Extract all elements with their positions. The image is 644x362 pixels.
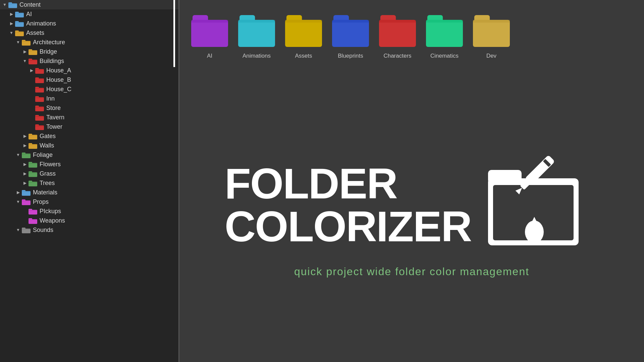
tree-arrow: ▼ <box>1 2 8 7</box>
svg-rect-50 <box>22 154 31 155</box>
svg-rect-14 <box>22 41 31 42</box>
tree-arrow: ▶ <box>28 68 35 73</box>
tree-arrow: ▶ <box>21 162 28 167</box>
folder-icon <box>28 207 38 215</box>
logo-text: FOLDER COLORIZER <box>225 162 472 248</box>
tree-label: Trees <box>40 180 55 187</box>
tree-item-content[interactable]: ▼ Content <box>0 0 178 9</box>
svg-rect-76 <box>191 20 228 47</box>
svg-rect-91 <box>426 20 463 47</box>
tree-arrow: ▶ <box>8 21 15 26</box>
folder-grid <box>179 0 644 47</box>
tree-label: Tower <box>46 123 62 130</box>
svg-rect-11 <box>15 32 24 33</box>
svg-rect-35 <box>35 107 44 108</box>
tree-label: Buildings <box>40 58 64 65</box>
tree-arrow: ▶ <box>21 181 28 185</box>
svg-rect-5 <box>15 13 24 14</box>
tree-item-weapons[interactable]: Weapons <box>0 216 178 225</box>
grid-folder-ai[interactable] <box>186 15 233 47</box>
tree-item-materials[interactable]: ▶ Materials <box>0 188 178 197</box>
svg-rect-65 <box>22 200 31 201</box>
tree-item-bridge[interactable]: ▶ Bridge <box>0 47 178 56</box>
tree-item-gates[interactable]: ▶ Gates <box>0 131 178 141</box>
tree-label: Assets <box>26 29 44 37</box>
folder-label-dev: Dev <box>468 53 515 59</box>
grid-folder-dev[interactable] <box>468 15 515 47</box>
svg-rect-97 <box>488 170 522 183</box>
folder-label-cinematics: Cinematics <box>421 53 468 59</box>
tree-item-sounds[interactable]: ▼ Sounds <box>0 225 178 235</box>
tree-label: House_C <box>46 86 71 93</box>
tree-item-flowers[interactable]: ▶ Flowers <box>0 160 178 169</box>
tree-arrow: ▼ <box>15 40 21 45</box>
svg-rect-38 <box>35 116 44 117</box>
folder-icon <box>35 76 44 83</box>
tree-item-inn[interactable]: Inn <box>0 94 178 103</box>
tree-item-animations[interactable]: ▶ Animations <box>0 19 178 28</box>
logo-icon <box>485 152 599 259</box>
tree-label: AI <box>26 11 32 18</box>
svg-rect-8 <box>15 22 24 23</box>
tree-item-store[interactable]: Store <box>0 103 178 113</box>
grid-folder-cinematics[interactable] <box>421 15 468 47</box>
svg-rect-92 <box>426 20 463 22</box>
svg-rect-2 <box>8 3 17 4</box>
tree-arrow: ▼ <box>8 31 15 35</box>
tree-label: Walls <box>40 142 54 149</box>
svg-rect-17 <box>29 50 37 51</box>
svg-rect-47 <box>29 144 37 145</box>
folder-icon <box>35 114 44 121</box>
tree-item-props[interactable]: ▼ Props <box>0 197 178 206</box>
folder-icon <box>35 95 44 102</box>
tree-item-house_b[interactable]: House_B <box>0 75 178 84</box>
folder-icon <box>8 1 17 8</box>
tree-item-assets[interactable]: ▼ Assets <box>0 28 178 38</box>
svg-rect-41 <box>35 125 44 126</box>
svg-rect-32 <box>35 97 44 98</box>
tree-item-walls[interactable]: ▶ Walls <box>0 141 178 150</box>
tree-label: Props <box>33 198 49 205</box>
tree-label: Grass <box>40 170 56 177</box>
logo-line1: FOLDER <box>225 162 472 205</box>
grid-folder-blueprints[interactable] <box>327 15 374 47</box>
tree-item-trees[interactable]: ▶ Trees <box>0 178 178 188</box>
svg-rect-83 <box>285 20 322 22</box>
grid-folder-animations[interactable] <box>233 15 280 47</box>
grid-folder-characters[interactable] <box>374 15 421 47</box>
file-tree[interactable]: ▼ Content▶ AI▶ Animations▼ Assets▼ Archi… <box>0 0 178 362</box>
tree-item-tavern[interactable]: Tavern <box>0 113 178 122</box>
tree-item-house_a[interactable]: ▶ House_A <box>0 66 178 75</box>
tree-label: Store <box>46 105 61 112</box>
tree-item-buildings[interactable]: ▼ Buildings <box>0 56 178 66</box>
tree-label: Inn <box>46 95 55 102</box>
folder-icon <box>15 20 24 27</box>
folder-icon <box>28 179 38 187</box>
folder-icon <box>21 151 31 159</box>
folder-icon <box>28 142 38 149</box>
tree-label: Gates <box>40 133 56 140</box>
folder-icon <box>15 29 24 37</box>
folder-icon <box>28 217 38 224</box>
tree-label: Tavern <box>46 114 64 121</box>
folder-labels: AIAnimationsAssetsBlueprintsCharactersCi… <box>179 47 644 62</box>
tree-item-grass[interactable]: ▶ Grass <box>0 169 178 178</box>
tree-item-foliage[interactable]: ▼ Foliage <box>0 150 178 160</box>
tree-item-architecture[interactable]: ▼ Architecture <box>0 38 178 47</box>
svg-rect-71 <box>29 219 37 220</box>
folder-label-animations: Animations <box>233 53 280 59</box>
tree-item-tower[interactable]: Tower <box>0 122 178 131</box>
tree-item-pickups[interactable]: PIckups <box>0 206 178 216</box>
grid-folder-assets[interactable] <box>280 15 327 47</box>
tree-label: Architecture <box>33 39 65 46</box>
folder-icon <box>35 67 44 74</box>
svg-rect-80 <box>238 20 275 22</box>
folder-icon <box>28 132 38 140</box>
folder-icon <box>21 189 31 196</box>
tree-item-house_c[interactable]: House_C <box>0 84 178 94</box>
svg-rect-44 <box>29 135 37 136</box>
tree-item-ai[interactable]: ▶ AI <box>0 9 178 19</box>
logo-line2: COLORIZER <box>225 205 472 248</box>
folder-icon <box>15 10 24 18</box>
tree-label: House_A <box>46 67 71 74</box>
